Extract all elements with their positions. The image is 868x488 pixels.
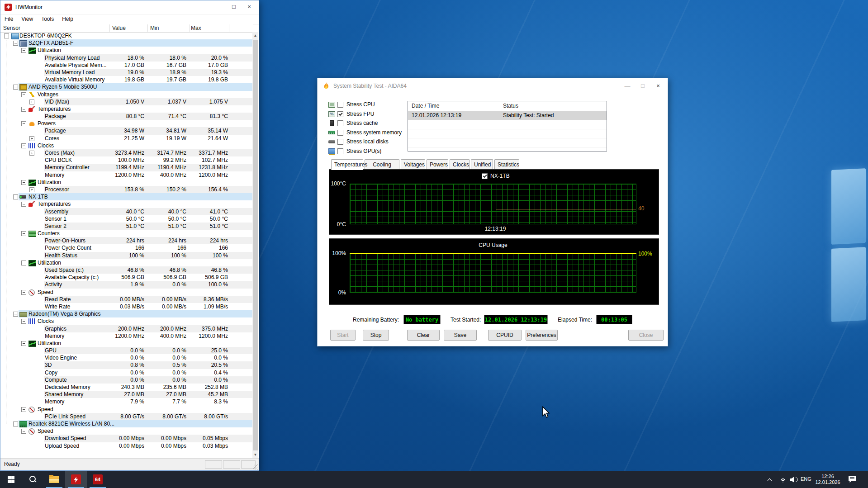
- sensor-group-row[interactable]: Speed: [0, 289, 254, 296]
- clear-button[interactable]: Clear: [407, 330, 440, 341]
- stress-checkbox[interactable]: [337, 130, 343, 136]
- tab-statistics[interactable]: Statistics: [494, 159, 519, 169]
- sensor-row[interactable]: Package80.8 °C71.4 °C81.3 °C: [0, 113, 254, 120]
- collapse-icon[interactable]: [21, 48, 26, 53]
- stress-option[interactable]: Stress system memory: [318, 129, 408, 137]
- device-row[interactable]: Radeon(TM) Vega 8 Graphics: [0, 310, 254, 317]
- stress-option[interactable]: Stress cache: [318, 119, 408, 127]
- sensor-row[interactable]: Cores (Max)3273.4 MHz3174.7 MHz3371.7 MH…: [0, 149, 254, 156]
- stress-checkbox[interactable]: [337, 139, 343, 145]
- expand-icon[interactable]: [29, 136, 34, 141]
- tab-voltages[interactable]: Voltages: [401, 159, 425, 169]
- collapse-icon[interactable]: [13, 194, 18, 199]
- menu-tools[interactable]: Tools: [37, 16, 58, 22]
- collapse-icon[interactable]: [21, 231, 26, 236]
- start-button[interactable]: [0, 471, 22, 488]
- stop-button[interactable]: Stop: [363, 330, 389, 341]
- collapse-icon[interactable]: [21, 261, 26, 265]
- sensor-row[interactable]: Upload Speed0.00 Mbps0.00 Mbps0.03 Mbps: [0, 442, 254, 450]
- expand-icon[interactable]: [29, 99, 34, 104]
- menu-view[interactable]: View: [17, 16, 37, 22]
- column-min[interactable]: Min: [150, 25, 159, 31]
- collapse-icon[interactable]: [21, 107, 26, 112]
- taskbar-file-explorer[interactable]: [43, 471, 65, 488]
- minimize-button[interactable]: —: [620, 78, 635, 94]
- taskbar-clock[interactable]: 12:26 12.01.2026: [813, 474, 842, 485]
- device-row[interactable]: AMD Ryzen 5 Mobile 3500U: [0, 83, 254, 90]
- maximize-button[interactable]: □: [226, 0, 242, 13]
- sensor-row[interactable]: Memory Controller1199.4 MHz1190.4 MHz123…: [0, 164, 254, 171]
- sensor-row[interactable]: Power Cycle Count166166166: [0, 244, 254, 251]
- sensor-row[interactable]: Read Rate0.00 MB/s0.00 MB/s8.36 MB/s: [0, 296, 254, 303]
- collapse-icon[interactable]: [21, 121, 26, 126]
- legend-checkbox[interactable]: [482, 173, 488, 179]
- collapse-icon[interactable]: [21, 290, 26, 295]
- temperature-legend[interactable]: NX-1TB: [479, 173, 510, 179]
- sensor-row[interactable]: Shared Memory27.0 MB27.0 MB45.2 MB: [0, 391, 254, 398]
- sensor-group-row[interactable]: Utilization: [0, 179, 254, 186]
- collapse-icon[interactable]: [21, 407, 26, 412]
- sensor-row[interactable]: Sensor 150.0 °C50.0 °C50.0 °C: [0, 215, 254, 223]
- sensor-row[interactable]: Memory7.9 %7.7 %8.3 %: [0, 398, 254, 405]
- language-indicator[interactable]: ENG: [801, 476, 811, 482]
- sensor-row[interactable]: Package34.98 W34.81 W35.14 W: [0, 127, 254, 134]
- collapse-icon[interactable]: [13, 41, 18, 46]
- sensor-row[interactable]: VID (Max)1.050 V1.037 V1.075 V: [0, 98, 254, 105]
- sensor-row[interactable]: Available Physical Mem...17.0 GB16.7 GB1…: [0, 62, 254, 69]
- sensor-row[interactable]: Graphics200.0 MHz200.0 MHz375.0 MHz: [0, 325, 254, 332]
- wifi-icon[interactable]: [779, 477, 787, 483]
- sensor-group-row[interactable]: Utilization: [0, 259, 254, 266]
- expand-icon[interactable]: [29, 151, 34, 156]
- scroll-down-icon[interactable]: ▼: [252, 451, 258, 459]
- hwmonitor-column-header[interactable]: Sensor Value Min Max: [0, 24, 253, 33]
- stress-option[interactable]: %Stress FPU: [318, 110, 408, 118]
- stress-checkbox[interactable]: [337, 102, 343, 108]
- sensor-row[interactable]: CPU BCLK100.0 MHz99.2 MHz102.7 MHz: [0, 156, 254, 164]
- collapse-icon[interactable]: [21, 341, 26, 346]
- sensor-group-row[interactable]: Temperatures: [0, 105, 254, 113]
- sensor-row[interactable]: PCIe Link Speed8.00 GT/s8.00 GT/s8.00 GT…: [0, 413, 254, 420]
- column-sensor[interactable]: Sensor: [3, 25, 20, 31]
- sensor-row[interactable]: Available Virtual Memory19.8 GB19.7 GB19…: [0, 76, 254, 83]
- collapse-icon[interactable]: [13, 312, 18, 317]
- minimize-button[interactable]: —: [211, 0, 226, 13]
- stress-checkbox[interactable]: [337, 148, 343, 154]
- resize-grip[interactable]: [253, 464, 258, 470]
- device-row[interactable]: NX-1TB: [0, 193, 254, 200]
- tab-powers[interactable]: Powers: [427, 159, 448, 169]
- sensor-row[interactable]: Video Engine0.0 %0.0 %0.0 %: [0, 354, 254, 361]
- collapse-icon[interactable]: [21, 319, 26, 324]
- collapse-icon[interactable]: [21, 180, 26, 185]
- cpuid-button[interactable]: CPUID: [488, 330, 522, 341]
- sensor-group-row[interactable]: Utilization: [0, 47, 254, 54]
- sensor-row[interactable]: Sensor 251.0 °C51.0 °C51.0 °C: [0, 223, 254, 230]
- preferences-button[interactable]: Preferences: [526, 330, 558, 341]
- sensor-row[interactable]: GPU0.0 %0.0 %25.0 %: [0, 347, 254, 354]
- action-center-icon[interactable]: [849, 476, 856, 483]
- sensor-row[interactable]: Physical Memory Load18.0 %18.0 %20.0 %: [0, 54, 254, 62]
- collapse-icon[interactable]: [21, 429, 26, 434]
- sensor-group-row[interactable]: Counters: [0, 230, 254, 237]
- taskbar-hwmonitor[interactable]: [65, 471, 87, 488]
- sensor-group-row[interactable]: Speed: [0, 427, 254, 435]
- tab-clocks[interactable]: Clocks: [450, 159, 470, 169]
- sensor-group-row[interactable]: Speed: [0, 406, 254, 413]
- device-row[interactable]: DESKTOP-6M0Q2FK: [0, 32, 254, 39]
- sensor-group-row[interactable]: Powers: [0, 120, 254, 127]
- sensor-row[interactable]: Write Rate0.03 MB/s0.00 MB/s1.09 MB/s: [0, 303, 254, 310]
- collapse-icon[interactable]: [13, 85, 18, 90]
- sensor-row[interactable]: Copy0.0 %0.0 %0.4 %: [0, 369, 254, 376]
- collapse-icon[interactable]: [21, 92, 26, 97]
- collapse-icon[interactable]: [21, 143, 26, 148]
- sensor-row[interactable]: 3D0.8 %0.5 %20.5 %: [0, 361, 254, 369]
- log-row[interactable]: 12.01.2026 12:13:19 Stability Test: Star…: [408, 111, 607, 120]
- taskbar-search-button[interactable]: [22, 471, 43, 488]
- sensor-group-row[interactable]: Voltages: [0, 91, 254, 98]
- sensor-row[interactable]: Download Speed0.00 Mbps0.00 Mbps0.05 Mbp…: [0, 435, 254, 442]
- sensor-row[interactable]: Compute0.0 %0.0 %0.0 %: [0, 376, 254, 384]
- stress-option[interactable]: Stress CPU: [318, 101, 408, 109]
- sensor-row[interactable]: Activity1.9 %0.0 %100.0 %: [0, 281, 254, 288]
- save-button[interactable]: Save: [444, 330, 477, 341]
- tab-temperatures[interactable]: Temperatures: [331, 159, 363, 170]
- vertical-scrollbar[interactable]: ▲ ▼: [252, 32, 258, 459]
